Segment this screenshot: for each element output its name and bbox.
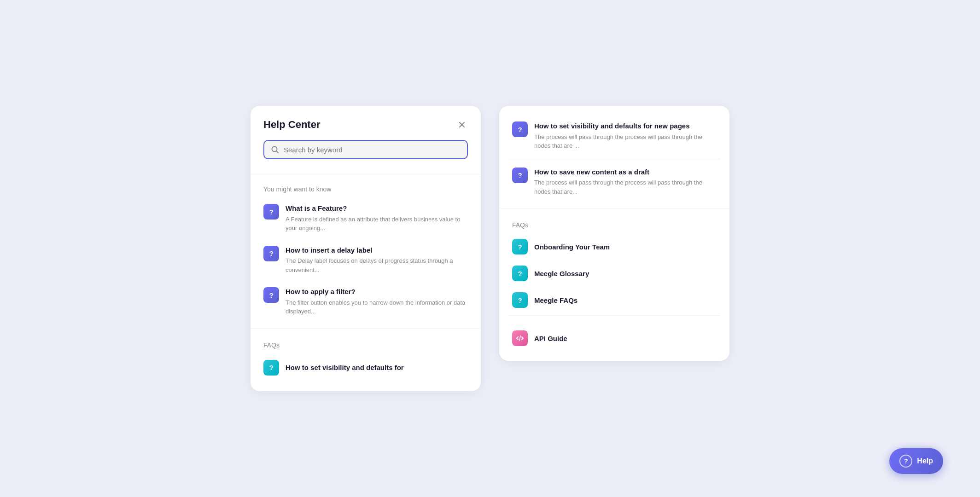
right-faq-list: ? Onboarding Your Team ? Meegle Glossary…	[499, 233, 729, 313]
right-faq-divider	[508, 315, 720, 316]
search-box[interactable]	[263, 140, 468, 159]
faq-title-visibility: How to set visibility and defaults for	[286, 364, 404, 371]
article-item-delay-label[interactable]: ? How to insert a delay label The Delay …	[260, 239, 472, 281]
panel-header: Help Center	[251, 106, 481, 140]
right-faq-icon-3: ?	[512, 292, 528, 308]
divider-2	[251, 328, 481, 329]
right-faq-title-3: Meegle FAQs	[534, 296, 578, 304]
help-center-panel: Help Center You might want to know ?	[251, 106, 481, 391]
right-article-list: ? How to set visibility and defaults for…	[499, 106, 729, 202]
section-label: You might want to know	[251, 180, 481, 197]
search-icon	[271, 145, 279, 154]
right-faq-item-onboarding[interactable]: ? Onboarding Your Team	[508, 233, 720, 260]
faq-partial: ? How to set visibility and defaults for	[251, 353, 481, 382]
help-float-label: Help	[917, 457, 933, 465]
api-guide-title: API Guide	[534, 335, 567, 342]
api-guide-item[interactable]: API Guide	[508, 325, 720, 352]
article-icon-purple-1: ?	[263, 204, 279, 220]
article-item-what-is-feature[interactable]: ? What is a Feature? A Feature is define…	[260, 197, 472, 239]
article-title-1: What is a Feature?	[286, 204, 468, 213]
faq-item-visibility[interactable]: ? How to set visibility and defaults for	[260, 353, 472, 382]
article-content-1: What is a Feature? A Feature is defined …	[286, 204, 468, 233]
right-faq-icon-1: ?	[512, 239, 528, 254]
divider-1	[251, 174, 481, 174]
article-title-2: How to insert a delay label	[286, 246, 468, 255]
right-faq-label: FAQs	[499, 214, 729, 233]
svg-point-0	[272, 147, 277, 152]
api-guide-icon	[512, 330, 528, 346]
api-guide-section: API Guide	[499, 318, 729, 361]
right-article-icon-1: ?	[512, 121, 528, 137]
faq-icon-cyan-1: ?	[263, 360, 279, 376]
right-divider-2	[499, 208, 729, 208]
right-faq-icon-2: ?	[512, 266, 528, 281]
right-article-item-draft[interactable]: ? How to save new content as a draft The…	[508, 161, 720, 203]
article-icon-purple-3: ?	[263, 287, 279, 303]
right-article-title-1: How to set visibility and defaults for n…	[534, 121, 717, 131]
right-article-title-2: How to save new content as a draft	[534, 168, 717, 177]
article-title-3: How to apply a filter?	[286, 287, 468, 296]
right-article-desc-1: The process will pass through the proces…	[534, 133, 717, 150]
article-content-2: How to insert a delay label The Delay la…	[286, 246, 468, 275]
right-faq-title-2: Meegle Glossary	[534, 270, 589, 277]
panel-title: Help Center	[263, 119, 320, 131]
article-item-apply-filter[interactable]: ? How to apply a filter? The filter butt…	[260, 281, 472, 323]
article-list: ? What is a Feature? A Feature is define…	[251, 197, 481, 323]
search-input[interactable]	[284, 146, 461, 154]
right-article-desc-2: The process will pass through the proces…	[534, 178, 717, 196]
article-desc-3: The filter button enables you to narrow …	[286, 298, 468, 316]
right-article-content-1: How to set visibility and defaults for n…	[534, 121, 717, 150]
faq-section-label: FAQs	[251, 334, 481, 353]
help-float-icon: ?	[899, 455, 912, 468]
article-desc-2: The Delay label focuses on delays of pro…	[286, 256, 468, 274]
search-container	[251, 140, 481, 168]
article-content-3: How to apply a filter? The filter button…	[286, 287, 468, 316]
right-help-panel: ? How to set visibility and defaults for…	[499, 106, 729, 361]
right-faq-item-meegle-faqs[interactable]: ? Meegle FAQs	[508, 287, 720, 313]
close-button[interactable]	[456, 119, 468, 131]
article-desc-1: A Feature is defined as an attribute tha…	[286, 215, 468, 233]
right-divider-1	[508, 159, 720, 159]
right-article-icon-2: ?	[512, 168, 528, 183]
right-article-content-2: How to save new content as a draft The p…	[534, 168, 717, 196]
article-icon-purple-2: ?	[263, 246, 279, 261]
right-faq-title-1: Onboarding Your Team	[534, 243, 610, 251]
right-faq-item-glossary[interactable]: ? Meegle Glossary	[508, 260, 720, 287]
help-float-button[interactable]: ? Help	[889, 448, 943, 474]
right-article-item-visibility[interactable]: ? How to set visibility and defaults for…	[508, 115, 720, 157]
